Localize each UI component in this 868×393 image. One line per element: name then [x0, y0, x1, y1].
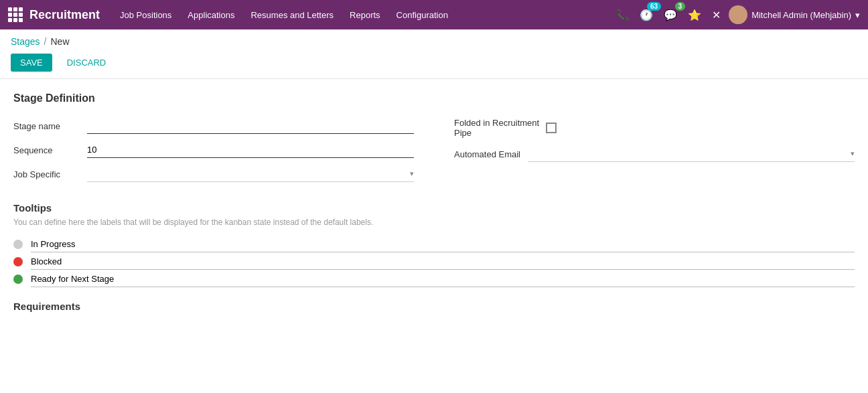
blocked-input[interactable]	[31, 254, 855, 270]
close-button[interactable]: ✕	[709, 6, 723, 24]
in-progress-dot	[13, 240, 23, 249]
star-button[interactable]: ⭐	[685, 6, 704, 24]
job-specific-label: Job Specific	[13, 169, 80, 179]
stage-definition-title: Stage Definition	[13, 92, 855, 104]
automated-email-label: Automated Email	[454, 149, 521, 159]
navbar: Recruitment Job Positions Applications R…	[0, 0, 868, 29]
folded-label-line2: Pipe	[454, 128, 539, 138]
phone-button[interactable]: 📞	[613, 6, 632, 24]
app-title: Recruitment	[29, 8, 100, 22]
automated-email-dropdown-icon: ▾	[851, 149, 855, 158]
tooltips-title: Tooltips	[13, 202, 855, 214]
phone-icon: 📞	[616, 9, 629, 21]
sequence-row: Sequence	[13, 142, 414, 158]
ready-dot	[13, 274, 23, 284]
action-bar: SAVE DISCARD	[0, 51, 868, 79]
automated-email-select-wrapper: ▾	[528, 146, 855, 162]
breadcrumb: Stages / New	[0, 29, 868, 51]
job-specific-select[interactable]	[87, 166, 410, 181]
tooltips-description: You can define here the labels that will…	[13, 218, 855, 227]
folded-row: Folded in Recruitment Pipe	[454, 118, 855, 138]
automated-email-row: Automated Email ▾	[454, 146, 855, 162]
stage-name-label: Stage name	[13, 121, 80, 131]
form-left: Stage name Sequence Job Specific ▾	[13, 118, 414, 182]
tooltip-row-ready	[13, 271, 855, 287]
nav-reports[interactable]: Reports	[343, 6, 387, 24]
nav-links: Job Positions Applications Resumes and L…	[113, 6, 613, 24]
form-right: Folded in Recruitment Pipe Automated Ema…	[454, 118, 855, 182]
user-label: Mitchell Admin (Mehjabin)	[751, 10, 851, 20]
svg-point-0	[734, 8, 742, 16]
form-grid: Stage name Sequence Job Specific ▾	[13, 118, 855, 182]
tooltips-section: Tooltips You can define here the labels …	[13, 202, 855, 287]
nav-configuration[interactable]: Configuration	[390, 6, 455, 24]
svg-point-1	[731, 19, 745, 24]
chat-badge-btn[interactable]: 💬 3	[661, 6, 680, 24]
folded-label-group: Folded in Recruitment Pipe	[454, 118, 539, 138]
ready-input[interactable]	[31, 271, 855, 287]
tooltip-row-in-progress	[13, 236, 855, 252]
breadcrumb-separator: /	[44, 36, 47, 47]
sequence-label: Sequence	[13, 145, 80, 155]
tooltip-row-blocked	[13, 254, 855, 270]
main-content: Stage Definition Stage name Sequence Job…	[0, 79, 868, 325]
folded-label-line1: Folded in Recruitment	[454, 118, 539, 128]
avatar	[729, 5, 747, 24]
stage-name-input[interactable]	[87, 118, 414, 134]
blocked-dot	[13, 257, 23, 266]
star-icon: ⭐	[688, 9, 701, 21]
close-icon: ✕	[712, 9, 721, 21]
stage-name-row: Stage name	[13, 118, 414, 134]
job-specific-select-wrapper: ▾	[87, 166, 414, 182]
nav-applications[interactable]: Applications	[181, 6, 241, 24]
in-progress-input[interactable]	[31, 236, 855, 252]
grid-icon[interactable]	[8, 7, 23, 22]
nav-job-positions[interactable]: Job Positions	[113, 6, 178, 24]
discard-button[interactable]: DISCARD	[58, 54, 116, 72]
job-specific-dropdown-icon: ▾	[410, 169, 414, 178]
save-button[interactable]: SAVE	[11, 54, 52, 72]
sequence-input[interactable]	[87, 142, 414, 158]
nav-resumes-letters[interactable]: Resumes and Letters	[244, 6, 340, 24]
clock-badge-btn[interactable]: 🕐 63	[637, 6, 656, 24]
chat-icon: 💬	[664, 9, 677, 21]
user-dropdown-icon: ▾	[855, 10, 860, 20]
user-area[interactable]: Mitchell Admin (Mehjabin) ▾	[729, 5, 860, 24]
nav-right: 📞 🕐 63 💬 3 ⭐ ✕ Mitc	[613, 5, 860, 24]
navbar-brand: Recruitment	[8, 7, 100, 22]
automated-email-select[interactable]	[528, 146, 851, 161]
chat-badge: 3	[675, 2, 686, 11]
requirements-title: Requirements	[13, 301, 855, 312]
folded-checkbox[interactable]	[546, 123, 557, 133]
breadcrumb-parent[interactable]: Stages	[11, 36, 40, 47]
job-specific-row: Job Specific ▾	[13, 166, 414, 182]
breadcrumb-current: New	[50, 36, 69, 47]
clock-badge: 63	[647, 2, 661, 11]
